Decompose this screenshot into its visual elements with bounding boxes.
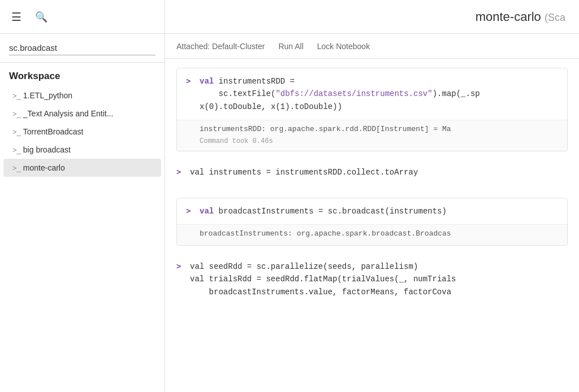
sidebar-item-label: _Text Analysis and Entit...: [23, 109, 114, 118]
item-prefix: >_: [12, 146, 21, 154]
sidebar-item-label: TorrentBroadcast: [23, 127, 84, 136]
item-prefix: >_: [12, 92, 21, 100]
sidebar: Workspace >_ 1.ETL_python >_ _Text Analy…: [0, 34, 165, 392]
search-icon: 🔍: [35, 11, 47, 23]
workspace-label: Workspace: [0, 63, 165, 86]
cell-1: > val instrumentsRDD = sc.textFile("dbfs…: [176, 68, 568, 151]
notebook-area: Attached: Default-Cluster Run All Lock N…: [165, 34, 579, 392]
menu-button[interactable]: ☰: [9, 8, 24, 26]
notebook-title-area: monte-carlo (Sca: [165, 10, 579, 24]
cell-4-code: val seedRdd = sc.parallelize(seeds, para…: [190, 260, 456, 298]
cell-2-code: val instruments = instrumentsRDD.collect…: [190, 166, 418, 178]
item-prefix: >_: [12, 110, 21, 118]
cell-1-output-text: instrumentsRDD: org.apache.spark.rdd.RDD…: [200, 124, 558, 135]
cell-1-prompt: >: [186, 76, 195, 85]
notebook-title: monte-carlo: [476, 10, 541, 24]
attached-cluster[interactable]: Attached: Default-Cluster: [176, 42, 265, 51]
notebook-toolbar: Attached: Default-Cluster Run All Lock N…: [165, 34, 579, 59]
cell-1-output: instrumentsRDD: org.apache.spark.rdd.RDD…: [177, 120, 567, 151]
run-all-button[interactable]: Run All: [278, 42, 303, 51]
cell-3-code: val broadcastInstruments = sc.broadcast(…: [200, 205, 447, 217]
lock-notebook-button[interactable]: Lock Notebook: [317, 42, 370, 51]
sidebar-item-textanalysis[interactable]: >_ _Text Analysis and Entit...: [3, 104, 161, 123]
cell-4: > val seedRdd = sc.parallelize(seeds, pa…: [176, 255, 568, 304]
search-box: [0, 34, 165, 63]
sidebar-item-etl[interactable]: >_ 1.ETL_python: [3, 86, 161, 104]
cell-4-input[interactable]: > val seedRdd = sc.parallelize(seeds, pa…: [176, 260, 568, 298]
sidebar-item-montecarlo[interactable]: >_ monte-carlo: [3, 159, 161, 177]
sidebar-item-label: monte-carlo: [23, 163, 65, 172]
cell-2-input[interactable]: > val instruments = instrumentsRDD.colle…: [176, 166, 568, 178]
cell-1-code: val instrumentsRDD = sc.textFile("dbfs:/…: [200, 75, 480, 113]
cell-3-output-text: broadcastInstruments: org.apache.spark.b…: [200, 228, 558, 239]
cells-area: > val instrumentsRDD = sc.textFile("dbfs…: [165, 59, 579, 392]
item-prefix: >_: [12, 128, 21, 136]
search-button[interactable]: 🔍: [33, 8, 50, 25]
top-bar-left: ☰ 🔍: [0, 0, 165, 33]
sidebar-item-bigbroadcast[interactable]: >_ big broadcast: [3, 141, 161, 159]
sidebar-item-label: 1.ETL_python: [23, 91, 72, 100]
cell-3-prompt: >: [186, 206, 195, 215]
top-bar: ☰ 🔍 monte-carlo (Sca: [0, 0, 579, 34]
cell-1-input[interactable]: > val instrumentsRDD = sc.textFile("dbfs…: [177, 68, 567, 120]
cell-1-output-meta: Command took 0.46s: [200, 137, 558, 145]
cell-2-prompt: >: [176, 167, 185, 176]
cell-2: > val instruments = instrumentsRDD.colle…: [176, 160, 568, 184]
cell-4-prompt: >: [176, 262, 185, 271]
notebook-subtitle: (Sca: [545, 12, 565, 23]
sidebar-item-torrentbroadcast[interactable]: >_ TorrentBroadcast: [3, 123, 161, 141]
main-layout: Workspace >_ 1.ETL_python >_ _Text Analy…: [0, 34, 579, 392]
cell-3-output: broadcastInstruments: org.apache.spark.b…: [177, 224, 567, 245]
hamburger-icon: ☰: [11, 10, 21, 24]
search-input[interactable]: [9, 41, 155, 55]
sidebar-items: >_ 1.ETL_python >_ _Text Analysis and En…: [0, 86, 165, 177]
cell-3: > val broadcastInstruments = sc.broadcas…: [176, 198, 568, 246]
item-prefix: >_: [12, 164, 21, 172]
cell-3-input[interactable]: > val broadcastInstruments = sc.broadcas…: [177, 198, 567, 224]
sidebar-item-label: big broadcast: [23, 145, 71, 154]
